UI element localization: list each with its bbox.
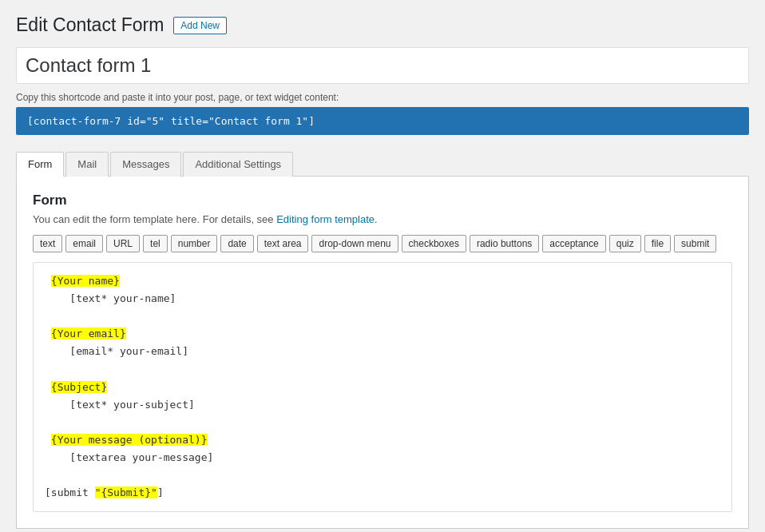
tag-btn-radio-buttons[interactable]: radio buttons [470, 235, 539, 252]
highlight-text: "{Submit}" [95, 486, 157, 498]
tab-form[interactable]: Form [16, 152, 64, 177]
highlight-text: {Your message (optional)} [51, 434, 208, 446]
tag-buttons-container: textemailURLtelnumberdatetext areadrop-d… [33, 235, 732, 252]
tag-btn-acceptance[interactable]: acceptance [542, 235, 605, 252]
form-section-desc: You can edit the form template here. For… [33, 213, 732, 225]
shortcode-box[interactable]: [contact-form-7 id="5" title="Contact fo… [16, 107, 749, 135]
shortcode-label: Copy this shortcode and paste it into yo… [16, 92, 749, 103]
tag-btn-submit[interactable]: submit [674, 235, 716, 252]
tag-btn-number[interactable]: number [171, 235, 218, 252]
page-title: Edit Contact Form [16, 14, 164, 36]
tag-btn-email[interactable]: email [65, 235, 103, 252]
form-section-title: Form [33, 193, 732, 208]
tag-btn-tel[interactable]: tel [143, 235, 168, 252]
tag-btn-url[interactable]: URL [106, 235, 140, 252]
tag-btn-date[interactable]: date [220, 235, 253, 252]
tab-additional-settings[interactable]: Additional Settings [183, 152, 293, 177]
highlight-text: {Your name} [51, 275, 120, 287]
tag-btn-drop-down-menu[interactable]: drop-down menu [311, 235, 398, 252]
tag-btn-file[interactable]: file [644, 235, 671, 252]
tabs-nav: Form Mail Messages Additional Settings [16, 151, 749, 177]
tab-content-form: Form You can edit the form template here… [16, 177, 749, 529]
add-new-button[interactable]: Add New [173, 17, 227, 34]
tab-mail[interactable]: Mail [65, 152, 109, 177]
tag-btn-text-area[interactable]: text area [257, 235, 309, 252]
form-title-input[interactable] [16, 47, 749, 84]
tag-btn-quiz[interactable]: quiz [609, 235, 641, 252]
code-editor[interactable]: {Your name} [text* your-name] {Your emai… [33, 262, 732, 512]
tag-btn-checkboxes[interactable]: checkboxes [402, 235, 466, 252]
highlight-text: {Subject} [51, 381, 107, 393]
highlight-text: {Your email} [51, 328, 126, 339]
editing-form-template-link[interactable]: Editing form template [276, 213, 375, 225]
tag-btn-text[interactable]: text [33, 235, 62, 252]
tab-messages[interactable]: Messages [110, 152, 181, 177]
